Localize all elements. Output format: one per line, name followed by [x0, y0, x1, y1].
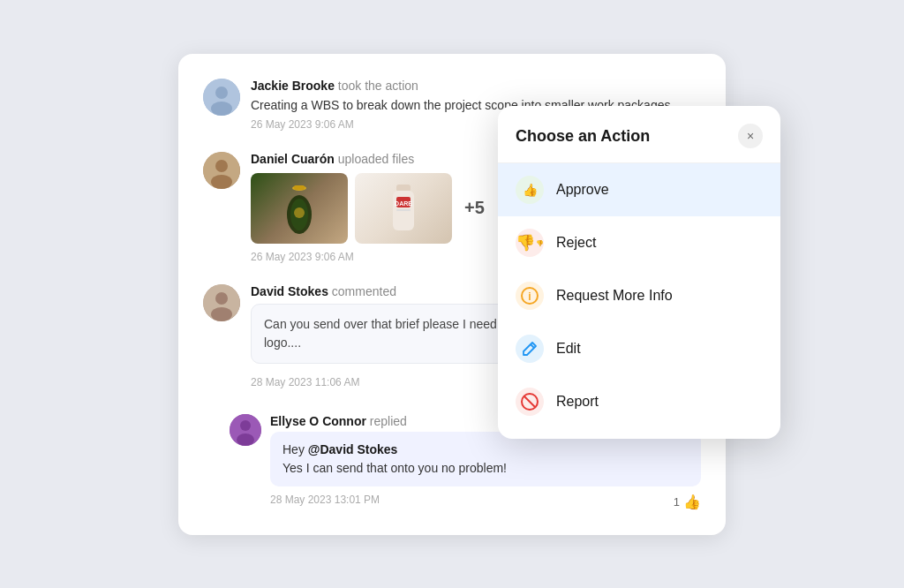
jackie-action: took the action	[338, 79, 418, 93]
more-count: +5	[464, 198, 485, 218]
svg-point-10	[294, 207, 305, 218]
svg-point-18	[211, 307, 232, 321]
approve-icon: 👍	[516, 176, 544, 204]
svg-text:i: i	[528, 290, 531, 303]
action-item-report[interactable]: Report	[498, 375, 780, 428]
action-item-reject[interactable]: 👎 👎 Reject	[498, 216, 780, 269]
approve-label: Approve	[556, 182, 609, 198]
svg-point-1	[215, 87, 228, 99]
avatar-jackie	[203, 79, 240, 116]
svg-text:DARE: DARE	[395, 200, 412, 207]
ellyse-greeting: Hey @David Stokes	[282, 441, 689, 459]
daniel-action: uploaded files	[338, 152, 414, 166]
svg-point-2	[211, 102, 232, 116]
feed-header-jackie: Jackie Brooke took the action	[251, 79, 701, 93]
ellyse-reactions: 1 👍	[674, 494, 701, 510]
report-icon	[516, 388, 544, 416]
avatar-david	[203, 284, 240, 321]
reject-icon: 👎 👎	[516, 229, 544, 257]
jackie-name: Jackie Brooke	[251, 79, 335, 93]
report-label: Report	[556, 394, 599, 410]
upload-thumb-1[interactable]	[251, 173, 348, 244]
ellyse-like-count: 1	[674, 495, 680, 509]
avatar-daniel	[203, 152, 240, 189]
action-item-edit[interactable]: Edit	[498, 322, 780, 375]
svg-rect-11	[396, 185, 411, 192]
action-menu-header: Choose an Action ×	[498, 124, 780, 163]
svg-point-4	[215, 160, 228, 172]
action-item-approve[interactable]: 👍 Approve	[498, 163, 780, 216]
action-item-info[interactable]: i Request More Info	[498, 269, 780, 322]
ellyse-action: replied	[370, 414, 407, 428]
svg-point-21	[237, 433, 254, 446]
action-menu: Choose an Action × 👍 Approve 👎 👎 Reject	[498, 106, 780, 439]
edit-label: Edit	[556, 341, 581, 357]
ellyse-message: Yes I can send that onto you no problem!	[282, 459, 689, 478]
ellyse-timestamp: 28 May 2023 13:01 PM	[270, 494, 380, 506]
david-name: David Stokes	[251, 284, 328, 298]
info-icon: i	[516, 282, 544, 310]
ellyse-bubble: Hey @David Stokes Yes I can send that on…	[270, 432, 701, 486]
action-menu-title: Choose an Action	[516, 127, 650, 146]
avatar-ellyse	[230, 414, 261, 446]
svg-point-5	[211, 175, 232, 189]
david-action: commented	[332, 284, 396, 298]
close-button[interactable]: ×	[738, 124, 763, 148]
svg-line-30	[524, 396, 535, 407]
upload-thumb-2[interactable]: DARE	[355, 173, 452, 244]
svg-point-20	[240, 420, 251, 431]
svg-text:👎: 👎	[536, 239, 544, 247]
edit-icon	[516, 335, 544, 363]
svg-text:👍: 👍	[523, 183, 539, 198]
ellyse-name: Ellyse O Connor	[270, 414, 366, 428]
info-label: Request More Info	[556, 288, 673, 304]
reject-label: Reject	[556, 235, 596, 251]
ellyse-like: 1 👍	[674, 494, 701, 510]
svg-rect-15	[396, 209, 411, 211]
svg-point-17	[215, 292, 228, 305]
david-timestamp: 28 May 2023 11:06 AM	[251, 376, 359, 388]
daniel-name: Daniel Cuarón	[251, 152, 335, 166]
ellyse-like-icon: 👍	[683, 494, 701, 510]
ellyse-mention: @David Stokes	[308, 442, 398, 456]
svg-rect-7	[294, 185, 305, 190]
